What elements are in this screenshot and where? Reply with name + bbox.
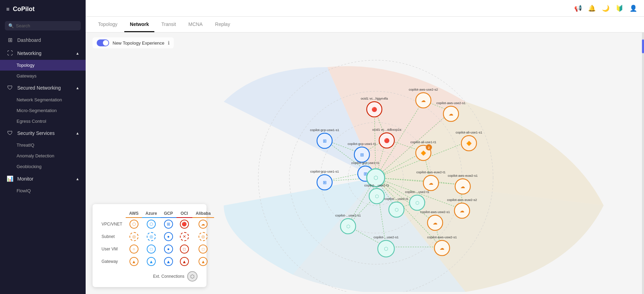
app-title: CoPilot [13, 6, 35, 13]
sidebar-sub-label: Network Segmentation [17, 97, 62, 102]
legend-cell: □ [142, 243, 160, 255]
sidebar-item-topology[interactable]: Topology [0, 60, 86, 71]
svg-text:copilot-...usw2-t1: copilot-...usw2-t1 [364, 183, 389, 187]
svg-text:copilot-aws-euw2-s2: copilot-aws-euw2-s2 [447, 198, 477, 202]
sidebar-item-flowiq[interactable]: FlowIQ [0, 185, 86, 196]
sidebar-item-networking[interactable]: ⛶ Networking ▲ [0, 47, 86, 60]
sidebar-section-label: Networking [17, 50, 41, 56]
security-services-icon: 🛡 [6, 130, 14, 136]
svg-text:copilot-ali-use1-t1: copilot-ali-use1-t1 [411, 140, 436, 144]
secured-networking-icon: 🛡 [6, 85, 14, 91]
nav-scroll: ⊞ Dashboard ⛶ Networking ▲ Topology Gate… [0, 33, 86, 294]
sidebar-item-secured-networking[interactable]: 🛡 Secured Networking ▲ [0, 81, 86, 94]
tab-transit[interactable]: Transit [156, 17, 181, 32]
svg-text:⬡: ⬡ [346, 224, 350, 229]
sidebar-item-anomaly-detection[interactable]: Anomaly Detection [0, 150, 86, 161]
sidebar-sub-label: Gateways [17, 73, 37, 79]
svg-text:copilot-gcp-use1-t1: copilot-gcp-use1-t1 [352, 161, 379, 165]
sidebar-item-dashboard[interactable]: ⊞ Dashboard [0, 33, 86, 47]
svg-text:copilot-aws-usw2-s1: copilot-aws-usw2-s1 [427, 235, 457, 239]
ext-connections-row: Ext. Connections ⬡ [98, 271, 201, 282]
toggle-bar: New Topology Experience ℹ [93, 37, 174, 48]
svg-text:☁: ☁ [429, 180, 433, 186]
content-area: ☁ copilot-aws-use2-s2 ☁ copilot-aws-use2… [86, 33, 644, 294]
legend-col-oci: OCI [176, 210, 192, 218]
legend-row-subnet: Subnet [98, 230, 126, 243]
moon-icon[interactable]: 🌙 [602, 4, 609, 12]
legend-col-aws: AWS [126, 210, 142, 218]
search-input-wrap: 🔍 [5, 21, 81, 30]
sidebar-item-security-services[interactable]: 🛡 Security Services ▲ [0, 127, 86, 140]
menu-icon[interactable]: ≡ [6, 6, 9, 12]
svg-text:ocid1 vc...4dbxxp2a: ocid1 vc...4dbxxp2a [372, 128, 402, 131]
sidebar-item-label: Dashboard [17, 37, 41, 43]
svg-text:☁: ☁ [460, 208, 464, 213]
search-icon: 🔍 [8, 23, 14, 28]
sidebar-sub-label: Micro-Segmentation [17, 108, 57, 113]
tab-replay[interactable]: Replay [210, 17, 236, 32]
legend-cell: ◎ [126, 230, 142, 243]
tab-topology[interactable]: Topology [93, 17, 123, 32]
sidebar-item-gateways[interactable]: Gateways [0, 71, 86, 81]
sidebar-item-monitor[interactable]: 📊 Monitor ▲ [0, 172, 86, 185]
shield-icon[interactable]: 🔰 [616, 4, 623, 12]
legend-cell: ⬡ [142, 218, 160, 230]
svg-text:copilot-ali-use1-s1: copilot-ali-use1-s1 [455, 130, 482, 134]
svg-text:copilot-gcp-usw1-s1: copilot-gcp-usw1-s1 [310, 128, 339, 132]
svg-text:copilot-gcp-use1-s1: copilot-gcp-use1-s1 [310, 169, 339, 173]
legend-cell: □ [192, 243, 214, 255]
right-scrollbar[interactable] [642, 33, 644, 294]
tab-network[interactable]: Network [124, 17, 154, 32]
svg-text:copilot-aws-usw2-s1: copilot-aws-usw2-s1 [420, 210, 450, 214]
chevron-up-icon: ▲ [76, 177, 79, 181]
svg-text:☁: ☁ [460, 184, 465, 189]
svg-text:🔶: 🔶 [421, 150, 426, 156]
legend-box: AWS Azure GCP OCI Alibaba VPC/VNET ⬡ [93, 204, 206, 287]
sidebar-item-network-segmentation[interactable]: Network Segmentation [0, 94, 86, 105]
sidebar-sub-label: Topology [17, 63, 35, 68]
svg-text:☁: ☁ [421, 98, 426, 103]
svg-text:copilot-aws-euw2-s1: copilot-aws-euw2-s1 [448, 174, 478, 177]
sidebar: ≡ CoPilot 🔍 ⊞ Dashboard ⛶ Networking ▲ T… [0, 0, 86, 294]
bell-icon[interactable]: 🔔 [588, 4, 596, 12]
chevron-up-icon: ▲ [76, 86, 79, 90]
new-topology-toggle[interactable] [97, 39, 109, 46]
legend-cell: 🔴 [176, 218, 192, 230]
svg-text:⬡: ⬡ [415, 200, 419, 205]
svg-text:2: 2 [428, 146, 430, 149]
svg-text:⬡: ⬡ [374, 175, 378, 181]
topbar: 📢 🔔 🌙 🔰 👤 [86, 0, 644, 17]
svg-text:🔴: 🔴 [372, 107, 377, 112]
scrollbar-thumb[interactable] [642, 39, 644, 53]
sidebar-section-label: Secured Networking [17, 85, 61, 91]
user-icon[interactable]: 👤 [629, 4, 637, 12]
svg-text:copilot-...use2-t1: copilot-...use2-t1 [405, 190, 429, 194]
ext-connections-icon: ⬡ [187, 271, 198, 282]
info-icon[interactable]: ℹ [168, 40, 170, 46]
legend-cell: ◎ [142, 230, 160, 243]
legend-row-uservm: User VM [98, 243, 126, 255]
megaphone-icon[interactable]: 📢 [574, 4, 582, 12]
legend-cell: ▲ [126, 255, 142, 268]
main-content: 📢 🔔 🌙 🔰 👤 Topology Network Transit MCNA … [86, 0, 644, 294]
svg-text:☁: ☁ [449, 111, 453, 117]
legend-cell: ▲ [142, 255, 160, 268]
svg-text:copilot-...use2-s1: copilot-...use2-s1 [374, 235, 398, 239]
sidebar-item-threatiq[interactable]: ThreatIQ [0, 140, 86, 150]
sidebar-item-geoblocking[interactable]: Geoblocking [0, 161, 86, 172]
tab-mcna[interactable]: MCNA [183, 17, 208, 32]
legend-col-azure: Azure [142, 210, 160, 218]
legend-cell: ☁ [192, 218, 214, 230]
svg-text:☁: ☁ [433, 220, 438, 226]
svg-text:⊞: ⊞ [323, 180, 327, 185]
legend-cell: ◎ [192, 230, 214, 243]
legend-cell: ● [161, 230, 176, 243]
sidebar-item-egress-control[interactable]: Egress Control [0, 116, 86, 127]
legend-cell: ▲ [161, 255, 176, 268]
svg-text:copilot-gcp-usw1-t1: copilot-gcp-usw1-t1 [348, 142, 376, 146]
sidebar-item-micro-segmentation[interactable]: Micro-Segmentation [0, 105, 86, 116]
search-input[interactable] [16, 23, 77, 28]
sidebar-sub-label: Anomaly Detection [17, 153, 54, 158]
legend-row-vpc: VPC/VNET [98, 218, 126, 230]
legend-row-gateway: Gateway [98, 255, 126, 268]
